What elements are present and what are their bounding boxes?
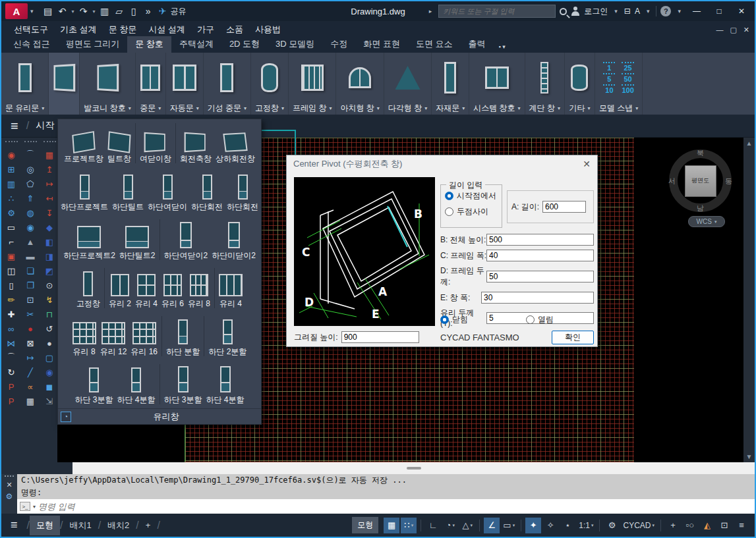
ortho-mode-toggle[interactable]: ∟ [425,518,441,533]
command-prompt-icon[interactable]: >_ [20,502,30,511]
gallery-item[interactable]: 상하회전창 [214,121,257,166]
doc-restore-button[interactable]: ▢ [730,26,736,34]
ribbon-button-계단 창[interactable]: 계단 창▾ [525,53,565,115]
viewcube-west[interactable]: 서 [668,176,676,186]
gallery-item[interactable]: 하단회전 [225,169,260,214]
osnap-tracking-toggle[interactable]: ∠ [484,518,500,533]
command-close-icon[interactable]: ✕ [6,481,12,489]
sketch-pencil-icon[interactable]: ✏ [3,292,20,307]
gallery-item[interactable]: 고정창 [74,265,102,311]
gallery-item[interactable]: 유리 8 [71,313,98,359]
menu-item-6[interactable]: 사용법 [249,22,287,38]
loft-icon[interactable]: ▲ [22,234,39,249]
draw-height-input[interactable] [341,331,419,343]
scroll-up-icon[interactable]: ▲ [746,138,753,149]
gallery-item[interactable]: 하단 4분할 [204,362,247,407]
sphere-red-icon[interactable]: ● [22,321,39,336]
plot-button[interactable]: ▥ [98,4,111,18]
align-left-icon[interactable]: ↤ [41,191,58,205]
length-a-input[interactable] [542,201,586,213]
ribbon-button-발코니 창호[interactable]: 발코니 창호▾ [80,53,135,115]
ribbon-button-gallery[interactable] [49,53,80,115]
drawing-tab-start[interactable]: 시작 [29,120,61,132]
gallery-item[interactable]: 하단 4분할 [115,362,157,407]
gallery-item[interactable]: 틸트창 [105,121,133,166]
dimension-field-input[interactable] [486,234,594,246]
array-film-icon[interactable]: ▦ [22,394,39,408]
ribbon-button-중문[interactable]: 중문▾ [136,53,166,115]
ribbon-tab[interactable]: 신속 접근 [5,36,58,53]
login-button[interactable]: 로그인 [584,6,608,17]
app-logo[interactable]: A [5,3,28,19]
gallery-item[interactable]: 유리 4 [133,265,160,311]
fillet-icon[interactable]: ⌒ [3,350,20,365]
layout-tab-배치1[interactable]: 배치1 [63,516,98,535]
align-right-icon[interactable]: ↦ [41,176,58,191]
model-space-button[interactable]: 모형 [352,517,378,533]
window-maximize-button[interactable]: □ [710,3,728,19]
ok-button[interactable]: 확인 [552,331,594,344]
gallery-item[interactable]: 하단 3분할 [162,362,204,407]
door-elevation-icon[interactable]: ◫ [3,263,20,278]
ribbon-button-자동문[interactable]: 자동문▾ [166,53,204,115]
quick-select-icon[interactable]: ↯ [41,292,58,307]
radio-open[interactable]: 열림 [526,314,554,325]
ribbon-button-시스템 창호[interactable]: 시스템 창호▾ [469,53,525,115]
region-icon[interactable]: ▣ [3,249,20,263]
box-3d-icon[interactable]: ◆ [41,220,58,234]
radio-unselected-icon[interactable] [445,207,453,216]
toolbar-grip[interactable] [24,141,37,146]
union-icon[interactable]: ◉ [22,220,39,234]
menu-item-5[interactable]: 소품 [220,22,249,38]
status-customize-button[interactable]: ≡ [734,518,749,533]
ribbon-button-기타[interactable]: 기타▾ [565,53,595,115]
ribbon-button-고정창[interactable]: 고정창▾ [251,53,289,115]
ribbon-button-프레임 창[interactable]: 프레임 창▾ [289,53,336,115]
polyline-icon[interactable]: ⌐ [3,234,20,249]
block-p1-icon[interactable]: P [3,379,20,394]
new-drawing-button[interactable]: ▯ [127,4,140,18]
camera-icon[interactable]: ◉ [41,365,58,379]
toolbar-grip[interactable] [44,141,56,146]
layout-tab-배치2[interactable]: 배치2 [101,516,136,535]
command-dropdown-icon[interactable]: ▾ [33,504,36,510]
gallery-item[interactable]: 하단프로젝트2 [61,217,117,262]
menu-item-4[interactable]: 가구 [191,22,220,38]
ribbon-tab[interactable]: 수정 [322,36,355,53]
arc-icon[interactable]: ⌒ [22,148,39,162]
rotate-icon[interactable]: ↻ [3,365,20,379]
snap-mode-toggle[interactable]: ∷▾ [401,518,417,533]
ribbon-button-아치형 창[interactable]: 아치형 창▾ [336,53,384,115]
stretch-icon[interactable]: ↦ [22,350,39,365]
gallery-item[interactable]: 하단틸트 [110,169,146,214]
polygon-icon[interactable]: ⬠ [22,176,39,191]
rectangle-icon[interactable]: ▭ [3,220,20,234]
share-plane-icon[interactable]: ✈ [156,4,169,18]
ribbon-button-자재문[interactable]: 자재문▾ [432,53,469,115]
gallery-item[interactable]: 하단 2분할 [206,313,248,359]
command-input[interactable] [38,502,752,512]
ribbon-tab[interactable]: 화면 표현 [355,36,408,53]
viewcube-east[interactable]: 동 [725,176,732,186]
menu-item-1[interactable]: 기초 설계 [54,22,103,38]
dimension-field-input[interactable] [486,271,594,282]
units-button[interactable]: ▫○ [682,518,698,533]
window-grid-icon[interactable]: ⊞ [3,162,20,176]
undo-dropdown[interactable]: ▾ [71,4,76,18]
sphere-icon[interactable]: ● [41,336,58,350]
furniture-icon[interactable]: ⊓ [41,307,58,321]
box-select-icon[interactable]: ⊡ [22,292,39,307]
help-dropdown-icon[interactable]: ▾ [675,8,683,14]
doc-minimize-button[interactable]: — [716,26,723,34]
dialog-close-icon[interactable]: ✕ [583,159,591,169]
workspace-switcher-button[interactable]: CYCAD▾ [621,518,656,533]
polar-tracking-toggle[interactable]: ◔▾ [442,518,458,533]
redo-dropdown[interactable]: ▾ [92,4,97,18]
ribbon-tab[interactable]: 2D 도형 [221,36,268,53]
gallery-item[interactable]: 유리 6 [160,265,186,311]
dialog-titlebar[interactable]: Center Pivot (수평회전축 창) ✕ [287,155,597,173]
undo-button[interactable]: ↶ [56,4,69,18]
search-icon[interactable] [560,8,567,15]
horizontal-scrollbar[interactable] [73,462,755,474]
annotation-visibility-toggle[interactable]: ✦ [525,518,541,533]
